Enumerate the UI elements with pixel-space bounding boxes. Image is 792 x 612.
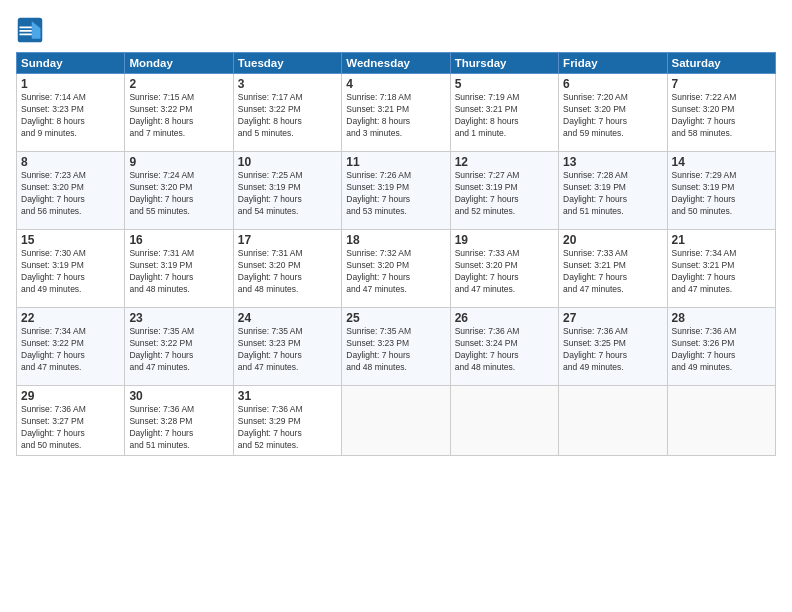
day-number: 17	[238, 233, 337, 247]
sun-time: Sunrise: 7:36 AM	[129, 404, 194, 414]
daylight-hours: Daylight: 7 hours	[129, 194, 193, 204]
sun-time: and 5 minutes.	[238, 128, 294, 138]
sun-time: Sunset: 3:20 PM	[563, 104, 626, 114]
sun-time: Sunrise: 7:28 AM	[563, 170, 628, 180]
day-number: 22	[21, 311, 120, 325]
col-thursday: Thursday	[450, 53, 558, 74]
daylight-hours: Daylight: 7 hours	[455, 194, 519, 204]
daylight-hours: Daylight: 8 hours	[129, 116, 193, 126]
day-info: Sunrise: 7:19 AMSunset: 3:21 PMDaylight:…	[455, 92, 554, 140]
logo-icon	[16, 16, 44, 44]
svg-rect-4	[20, 27, 32, 29]
sun-time: and 56 minutes.	[21, 206, 81, 216]
sun-time: Sunset: 3:21 PM	[563, 260, 626, 270]
sun-time: Sunrise: 7:36 AM	[21, 404, 86, 414]
day-info: Sunrise: 7:15 AMSunset: 3:22 PMDaylight:…	[129, 92, 228, 140]
sun-time: Sunrise: 7:33 AM	[455, 248, 520, 258]
sun-time: Sunset: 3:26 PM	[672, 338, 735, 348]
sun-time: Sunrise: 7:24 AM	[129, 170, 194, 180]
sun-time: Sunrise: 7:31 AM	[129, 248, 194, 258]
sun-time: Sunset: 3:20 PM	[21, 182, 84, 192]
sun-time: and 49 minutes.	[672, 362, 732, 372]
day-number: 18	[346, 233, 445, 247]
table-row: 14Sunrise: 7:29 AMSunset: 3:19 PMDayligh…	[667, 152, 775, 230]
table-row: 30Sunrise: 7:36 AMSunset: 3:28 PMDayligh…	[125, 386, 233, 456]
table-row: 7Sunrise: 7:22 AMSunset: 3:20 PMDaylight…	[667, 74, 775, 152]
daylight-hours: Daylight: 8 hours	[238, 116, 302, 126]
sun-time: and 48 minutes.	[238, 284, 298, 294]
table-row: 13Sunrise: 7:28 AMSunset: 3:19 PMDayligh…	[559, 152, 667, 230]
table-row: 16Sunrise: 7:31 AMSunset: 3:19 PMDayligh…	[125, 230, 233, 308]
sun-time: Sunset: 3:22 PM	[21, 338, 84, 348]
sun-time: Sunrise: 7:25 AM	[238, 170, 303, 180]
sun-time: Sunrise: 7:29 AM	[672, 170, 737, 180]
table-row: 11Sunrise: 7:26 AMSunset: 3:19 PMDayligh…	[342, 152, 450, 230]
daylight-hours: Daylight: 7 hours	[672, 350, 736, 360]
day-number: 29	[21, 389, 120, 403]
day-info: Sunrise: 7:31 AMSunset: 3:20 PMDaylight:…	[238, 248, 337, 296]
table-row: 17Sunrise: 7:31 AMSunset: 3:20 PMDayligh…	[233, 230, 341, 308]
header	[16, 16, 776, 44]
col-monday: Monday	[125, 53, 233, 74]
table-row: 5Sunrise: 7:19 AMSunset: 3:21 PMDaylight…	[450, 74, 558, 152]
sun-time: Sunrise: 7:27 AM	[455, 170, 520, 180]
sun-time: Sunset: 3:19 PM	[129, 260, 192, 270]
table-row: 9Sunrise: 7:24 AMSunset: 3:20 PMDaylight…	[125, 152, 233, 230]
sun-time: Sunrise: 7:18 AM	[346, 92, 411, 102]
day-info: Sunrise: 7:22 AMSunset: 3:20 PMDaylight:…	[672, 92, 771, 140]
sun-time: Sunrise: 7:35 AM	[238, 326, 303, 336]
day-info: Sunrise: 7:28 AMSunset: 3:19 PMDaylight:…	[563, 170, 662, 218]
day-number: 26	[455, 311, 554, 325]
col-sunday: Sunday	[17, 53, 125, 74]
day-number: 1	[21, 77, 120, 91]
daylight-hours: Daylight: 7 hours	[21, 350, 85, 360]
sun-time: Sunset: 3:19 PM	[563, 182, 626, 192]
col-wednesday: Wednesday	[342, 53, 450, 74]
sun-time: and 47 minutes.	[346, 284, 406, 294]
day-number: 14	[672, 155, 771, 169]
table-row: 27Sunrise: 7:36 AMSunset: 3:25 PMDayligh…	[559, 308, 667, 386]
sun-time: and 9 minutes.	[21, 128, 77, 138]
sun-time: Sunset: 3:22 PM	[238, 104, 301, 114]
day-number: 2	[129, 77, 228, 91]
sun-time: and 51 minutes.	[563, 206, 623, 216]
sun-time: Sunset: 3:19 PM	[21, 260, 84, 270]
day-info: Sunrise: 7:32 AMSunset: 3:20 PMDaylight:…	[346, 248, 445, 296]
table-row: 6Sunrise: 7:20 AMSunset: 3:20 PMDaylight…	[559, 74, 667, 152]
day-number: 24	[238, 311, 337, 325]
daylight-hours: Daylight: 7 hours	[238, 428, 302, 438]
sun-time: and 52 minutes.	[455, 206, 515, 216]
sun-time: Sunset: 3:19 PM	[238, 182, 301, 192]
day-number: 20	[563, 233, 662, 247]
daylight-hours: Daylight: 7 hours	[672, 194, 736, 204]
sun-time: Sunrise: 7:20 AM	[563, 92, 628, 102]
day-info: Sunrise: 7:17 AMSunset: 3:22 PMDaylight:…	[238, 92, 337, 140]
sun-time: Sunrise: 7:23 AM	[21, 170, 86, 180]
sun-time: and 51 minutes.	[129, 440, 189, 450]
sun-time: and 50 minutes.	[672, 206, 732, 216]
day-info: Sunrise: 7:36 AMSunset: 3:25 PMDaylight:…	[563, 326, 662, 374]
day-info: Sunrise: 7:27 AMSunset: 3:19 PMDaylight:…	[455, 170, 554, 218]
sun-time: Sunset: 3:22 PM	[129, 338, 192, 348]
day-info: Sunrise: 7:29 AMSunset: 3:19 PMDaylight:…	[672, 170, 771, 218]
sun-time: Sunset: 3:24 PM	[455, 338, 518, 348]
day-number: 11	[346, 155, 445, 169]
sun-time: and 49 minutes.	[21, 284, 81, 294]
table-row: 3Sunrise: 7:17 AMSunset: 3:22 PMDaylight…	[233, 74, 341, 152]
daylight-hours: Daylight: 7 hours	[563, 194, 627, 204]
sun-time: Sunset: 3:27 PM	[21, 416, 84, 426]
day-info: Sunrise: 7:36 AMSunset: 3:29 PMDaylight:…	[238, 404, 337, 452]
sun-time: Sunrise: 7:14 AM	[21, 92, 86, 102]
sun-time: Sunrise: 7:26 AM	[346, 170, 411, 180]
sun-time: and 48 minutes.	[455, 362, 515, 372]
calendar-week-row: 22Sunrise: 7:34 AMSunset: 3:22 PMDayligh…	[17, 308, 776, 386]
day-info: Sunrise: 7:35 AMSunset: 3:23 PMDaylight:…	[346, 326, 445, 374]
sun-time: and 47 minutes.	[238, 362, 298, 372]
day-info: Sunrise: 7:34 AMSunset: 3:21 PMDaylight:…	[672, 248, 771, 296]
table-row: 19Sunrise: 7:33 AMSunset: 3:20 PMDayligh…	[450, 230, 558, 308]
sun-time: Sunrise: 7:35 AM	[129, 326, 194, 336]
daylight-hours: Daylight: 7 hours	[346, 350, 410, 360]
sun-time: Sunset: 3:23 PM	[346, 338, 409, 348]
sun-time: Sunrise: 7:33 AM	[563, 248, 628, 258]
day-number: 25	[346, 311, 445, 325]
